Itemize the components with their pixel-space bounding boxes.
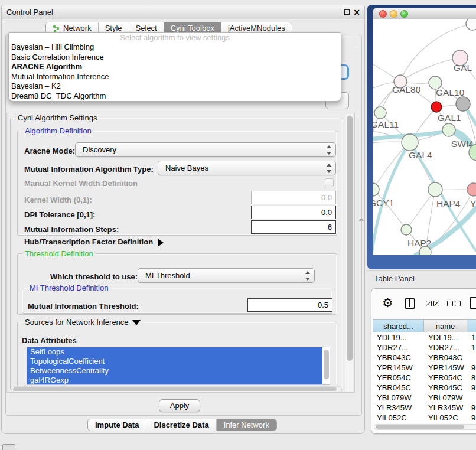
table-row[interactable]: YPR145WYPR145W9.: [373, 363, 476, 373]
node-label: GAL4: [409, 150, 432, 160]
network-node-gal11[interactable]: [374, 107, 386, 119]
cyni-algorithm-settings-title: Cyni Algorithm Settings: [15, 113, 99, 122]
attribute-list-item[interactable]: gal4RGexp: [27, 376, 322, 385]
network-node-hap2[interactable]: [401, 224, 412, 235]
list-vertical-scrollbar[interactable]: [323, 348, 329, 383]
attribute-list-item[interactable]: TopologicalCoefficient: [27, 357, 322, 366]
network-node-y[interactable]: [467, 183, 476, 196]
data-attributes-label: Data Attributes: [22, 336, 77, 345]
tab-impute-data[interactable]: Impute Data: [88, 419, 146, 431]
scrollbar-thumb[interactable]: [324, 350, 329, 379]
algorithm-definition-title: Algorithm Definition: [22, 126, 94, 135]
zoom-traffic-light-icon[interactable]: [400, 10, 408, 18]
algorithm-list: Bayesian – Hill ClimbingBasic Correlatio…: [9, 43, 341, 101]
table-cell: YLR345W: [424, 403, 467, 413]
stepper-icon: [326, 164, 331, 173]
column-header[interactable]: name: [424, 319, 467, 332]
network-node[interactable]: [466, 19, 476, 30]
network-node-swi4[interactable]: [442, 123, 455, 136]
which-threshold-combo[interactable]: MI Threshold: [138, 268, 315, 283]
settings-horizontal-scrollbar[interactable]: [11, 386, 342, 392]
table-cell: 8.: [467, 373, 476, 383]
network-node[interactable]: [456, 97, 470, 111]
minimize-traffic-light-icon[interactable]: [390, 10, 397, 18]
mi-threshold-field[interactable]: 0.5: [247, 298, 332, 312]
close-icon[interactable]: [353, 7, 361, 18]
attribute-list-item[interactable]: SelfLoops: [27, 347, 322, 357]
column-header[interactable]: shared...: [373, 319, 424, 332]
table-row[interactable]: YDL19...YDL19...13: [373, 332, 476, 343]
network-node-gal4[interactable]: [402, 134, 418, 151]
table-cell: YBL079W: [424, 393, 467, 403]
columns-icon[interactable]: [405, 298, 415, 309]
table-row[interactable]: YBL079WYBL079W: [373, 393, 476, 403]
algorithm-option[interactable]: Dream8 DC_TDC Algorithm: [9, 92, 341, 102]
table-row[interactable]: YBR043CYBR043C: [373, 353, 476, 363]
network-graph[interactable]: GALGAL80GAL10GAL1SWI4GAL11GAL4GCY1HAP4YH…: [373, 19, 476, 255]
scrollbar-thumb[interactable]: [13, 387, 337, 391]
network-node-gal1[interactable]: [431, 102, 442, 112]
hub-definition-label: Hub/Transcription Factor Definition: [24, 237, 153, 246]
network-node[interactable]: [419, 246, 431, 255]
aracne-mode-combo[interactable]: Discovery: [75, 142, 336, 157]
node-label: HAP4: [436, 198, 461, 208]
network-canvas[interactable]: GALGAL80GAL10GAL1SWI4GAL11GAL4GCY1HAP4YH…: [373, 19, 476, 255]
dpi-tolerance-field[interactable]: 0.0: [251, 206, 336, 219]
table-cell: YER054C: [373, 373, 424, 383]
close-traffic-light-icon[interactable]: [379, 10, 387, 18]
table-cell: YBR045C: [373, 383, 424, 393]
kernel-width-field[interactable]: 0.0: [251, 191, 336, 204]
algorithm-option[interactable]: ARACNE Algorithm: [9, 62, 341, 72]
mi-algorithm-type-combo[interactable]: Naive Bayes: [158, 161, 336, 175]
gear-icon[interactable]: [382, 296, 393, 310]
column-header[interactable]: [467, 319, 476, 332]
data-attributes-list[interactable]: SelfLoopsTopologicalCoefficientBetweenne…: [27, 347, 330, 385]
table-cell: YDL19...: [424, 332, 467, 343]
algorithm-option[interactable]: Basic Correlation Inference: [9, 53, 341, 63]
tab-infer-network[interactable]: Infer Network: [217, 419, 276, 431]
table-cell: YIL052C: [373, 413, 424, 423]
table-row[interactable]: YDR27...YDR27...12: [373, 343, 476, 353]
manual-kernel-width-label: Manual Kernel Width Definition: [24, 179, 138, 188]
attribute-list-item[interactable]: BetweennessCentrality: [27, 366, 322, 376]
table-row[interactable]: YLR345WYLR345W9.: [373, 403, 476, 413]
table-cell: [467, 393, 476, 403]
expand-arrow-icon: [158, 239, 164, 247]
collapse-arrow-icon[interactable]: [132, 320, 141, 325]
which-threshold-value: MI Threshold: [145, 271, 190, 280]
algorithm-dropdown-popup: Select algorithm to view settings Bayesi…: [8, 32, 341, 102]
kernel-width-label: Kernel Width (0,1):: [24, 193, 92, 207]
settings-vertical-scrollbar[interactable]: [345, 114, 353, 392]
manual-kernel-width-checkbox[interactable]: [325, 178, 334, 187]
deselect-all-checkboxes-icon[interactable]: [447, 301, 461, 306]
scrollbar-thumb[interactable]: [376, 425, 464, 429]
table-cell: YLR345W: [373, 403, 424, 413]
network-node-hap4[interactable]: [428, 182, 442, 197]
algorithm-option[interactable]: Bayesian – Hill Climbing: [9, 43, 341, 53]
table-cell: YPR145W: [373, 363, 424, 373]
unchecked-box-icon: [455, 301, 461, 306]
mi-threshold-label: Mutual Information Threshold:: [28, 299, 139, 313]
network-window-titlebar[interactable]: [373, 8, 476, 19]
algorithm-prompt: Select algorithm to view settings: [9, 33, 341, 43]
mi-steps-field[interactable]: 6: [251, 220, 336, 234]
apply-button[interactable]: Apply: [159, 399, 200, 412]
table-horizontal-scrollbar[interactable]: [374, 424, 476, 430]
document-icon[interactable]: [470, 297, 476, 309]
table-row[interactable]: YER054CYER054C8.: [373, 373, 476, 383]
algorithm-option[interactable]: Mutual Information Inference: [9, 72, 341, 82]
scrollbar-thumb[interactable]: [347, 116, 353, 361]
table-row[interactable]: YIL052CYIL052C9: [373, 413, 476, 423]
tab-discretize-data[interactable]: Discretize Data: [146, 419, 216, 431]
mi-algorithm-type-value: Naive Bayes: [165, 164, 208, 172]
mi-steps-label: Mutual Information Steps:: [24, 223, 119, 236]
network-node-gcy1[interactable]: [373, 183, 379, 196]
select-all-checkboxes-icon[interactable]: [426, 301, 439, 306]
hub-definition-toggle[interactable]: Hub/Transcription Factor Definition: [24, 237, 164, 247]
minimized-panel-icon[interactable]: [2, 444, 15, 450]
table-row[interactable]: YBR045CYBR045C9.: [373, 383, 476, 393]
groupbox-edge-fragment: [351, 48, 357, 115]
checked-box-icon: [426, 301, 432, 306]
float-window-icon[interactable]: [344, 9, 350, 15]
algorithm-option[interactable]: Bayesian – K2: [9, 81, 341, 92]
